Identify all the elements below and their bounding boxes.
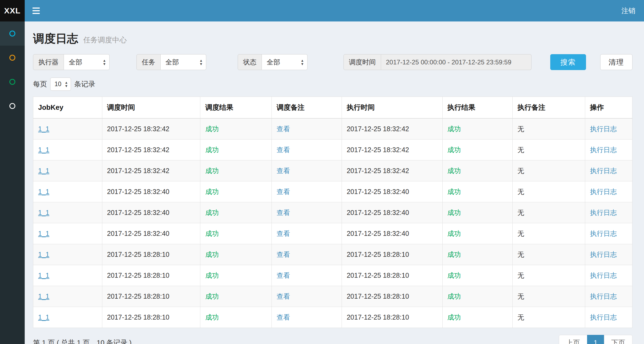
exec-log-link[interactable]: 执行日志 [590, 272, 617, 279]
action-cell: 执行日志 [585, 286, 632, 307]
page-header: 调度日志 任务调度中心 [33, 28, 632, 51]
jobkey-cell: 1_1 [33, 223, 102, 244]
job-select[interactable]: 全部 ▲▼ [161, 54, 206, 70]
trigger-msg-link[interactable]: 查看 [277, 125, 290, 133]
trigger-msg-link[interactable]: 查看 [277, 251, 290, 258]
next-page-button[interactable]: 下页 [604, 335, 632, 344]
trigger-result-cell: 成功 [200, 265, 272, 286]
action-cell: 执行日志 [585, 265, 632, 286]
executor-select[interactable]: 全部 ▲▼ [64, 54, 110, 70]
exec-log-link[interactable]: 执行日志 [590, 167, 617, 174]
column-header-trigger-result: 调度结果 [200, 97, 272, 119]
handle-msg-cell: 无 [512, 118, 585, 140]
logout-link[interactable]: 注销 [621, 6, 635, 16]
main-content: 调度日志 任务调度中心 执行器 全部 ▲▼ 任务 全部 ▲▼ 状态 [25, 21, 644, 344]
handle-msg-cell: 无 [512, 286, 585, 307]
trigger-msg-link[interactable]: 查看 [277, 313, 290, 321]
handle-time-cell: 2017-12-25 18:28:10 [342, 265, 442, 286]
table-row: 1_1 2017-12-25 18:32:40 成功 查看 2017-12-25… [33, 181, 632, 202]
handle-result-cell: 成功 [442, 286, 512, 307]
handle-time-cell: 2017-12-25 18:28:10 [342, 307, 442, 328]
jobkey-link[interactable]: 1_1 [38, 313, 49, 321]
jobkey-link[interactable]: 1_1 [38, 230, 49, 237]
trigger-msg-link[interactable]: 查看 [277, 230, 290, 237]
prev-page-button[interactable]: 上页 [559, 335, 587, 344]
action-cell: 执行日志 [585, 160, 632, 181]
sidebar-item-job-manage[interactable] [0, 46, 25, 70]
jobkey-link[interactable]: 1_1 [38, 146, 49, 153]
table-row: 1_1 2017-12-25 18:32:42 成功 查看 2017-12-25… [33, 160, 632, 181]
exec-log-link[interactable]: 执行日志 [590, 230, 617, 237]
handle-msg-cell: 无 [512, 140, 585, 160]
job-filter-group: 任务 全部 ▲▼ [136, 54, 206, 70]
column-header-trigger-msg: 调度备注 [272, 97, 342, 119]
jobkey-cell: 1_1 [33, 202, 102, 223]
clear-button[interactable]: 清理 [600, 54, 632, 70]
table-row: 1_1 2017-12-25 18:28:10 成功 查看 2017-12-25… [33, 265, 632, 286]
trigger-msg-link[interactable]: 查看 [277, 167, 290, 174]
page-title: 调度日志 [33, 32, 78, 45]
column-header-handle-time: 执行时间 [342, 97, 442, 119]
trigger-msg-cell: 查看 [272, 118, 342, 140]
exec-log-link[interactable]: 执行日志 [590, 188, 617, 195]
exec-log-link[interactable]: 执行日志 [590, 292, 617, 300]
executor-select-value: 全部 [69, 58, 82, 67]
table-row: 1_1 2017-12-25 18:32:40 成功 查看 2017-12-25… [33, 223, 632, 244]
handle-msg-cell: 无 [512, 202, 585, 223]
jobkey-link[interactable]: 1_1 [38, 125, 49, 133]
filter-bar: 执行器 全部 ▲▼ 任务 全部 ▲▼ 状态 全部 ▲▼ [33, 54, 632, 70]
select-spinner-icon: ▲▼ [192, 59, 203, 66]
sidebar-item-executor-manage[interactable] [0, 94, 25, 118]
trigger-time-cell: 2017-12-25 18:32:40 [102, 181, 200, 202]
exec-log-link[interactable]: 执行日志 [590, 146, 617, 153]
trigger-msg-link[interactable]: 查看 [277, 292, 290, 300]
status-select[interactable]: 全部 ▲▼ [262, 54, 307, 70]
jobkey-link[interactable]: 1_1 [38, 167, 49, 174]
trigger-time-cell: 2017-12-25 18:28:10 [102, 244, 200, 265]
jobkey-link[interactable]: 1_1 [38, 209, 49, 216]
jobkey-cell: 1_1 [33, 307, 102, 328]
trigger-msg-link[interactable]: 查看 [277, 188, 290, 195]
exec-log-link[interactable]: 执行日志 [590, 209, 617, 216]
dashboard-circle-icon [9, 31, 15, 36]
handle-msg-cell: 无 [512, 265, 585, 286]
hamburger-icon [32, 8, 40, 14]
jobkey-cell: 1_1 [33, 265, 102, 286]
jobkey-link[interactable]: 1_1 [38, 188, 49, 195]
jobkey-link[interactable]: 1_1 [38, 292, 49, 300]
page-length-select[interactable]: 10 ▲▼ [50, 78, 71, 91]
page-length-row: 每页 10 ▲▼ 条记录 [33, 78, 632, 91]
sidebar-item-job-log[interactable] [0, 70, 25, 94]
jobkey-link[interactable]: 1_1 [38, 251, 49, 258]
exec-log-link[interactable]: 执行日志 [590, 251, 617, 258]
sidebar-toggle-button[interactable] [25, 0, 47, 21]
exec-log-link[interactable]: 执行日志 [590, 125, 617, 133]
column-header-trigger-time: 调度时间 [102, 97, 200, 119]
page-length-value: 10 [55, 80, 61, 88]
handle-msg-cell: 无 [512, 160, 585, 181]
trigger-time-cell: 2017-12-25 18:32:40 [102, 202, 200, 223]
action-cell: 执行日志 [585, 181, 632, 202]
trigger-msg-cell: 查看 [272, 202, 342, 223]
action-cell: 执行日志 [585, 244, 632, 265]
trigger-msg-link[interactable]: 查看 [277, 272, 290, 279]
jobkey-link[interactable]: 1_1 [38, 272, 49, 279]
handle-result-cell: 成功 [442, 140, 512, 160]
trigger-msg-link[interactable]: 查看 [277, 209, 290, 216]
job-manage-circle-icon [9, 55, 15, 61]
trigger-time-range-input[interactable] [381, 54, 531, 70]
trigger-time-cell: 2017-12-25 18:28:10 [102, 307, 200, 328]
trigger-result-cell: 成功 [200, 286, 272, 307]
trigger-msg-cell: 查看 [272, 244, 342, 265]
trigger-time-filter-group: 调度时间 [343, 54, 531, 70]
search-button[interactable]: 搜索 [550, 54, 586, 70]
page-subtitle: 任务调度中心 [83, 36, 127, 44]
action-cell: 执行日志 [585, 307, 632, 328]
column-header-action: 操作 [585, 97, 632, 119]
handle-time-cell: 2017-12-25 18:32:42 [342, 160, 442, 181]
trigger-msg-link[interactable]: 查看 [277, 146, 290, 153]
current-page-button[interactable]: 1 [587, 335, 604, 344]
log-table-body: 1_1 2017-12-25 18:32:42 成功 查看 2017-12-25… [33, 118, 632, 328]
exec-log-link[interactable]: 执行日志 [590, 313, 617, 321]
sidebar-item-dashboard[interactable] [0, 21, 25, 46]
